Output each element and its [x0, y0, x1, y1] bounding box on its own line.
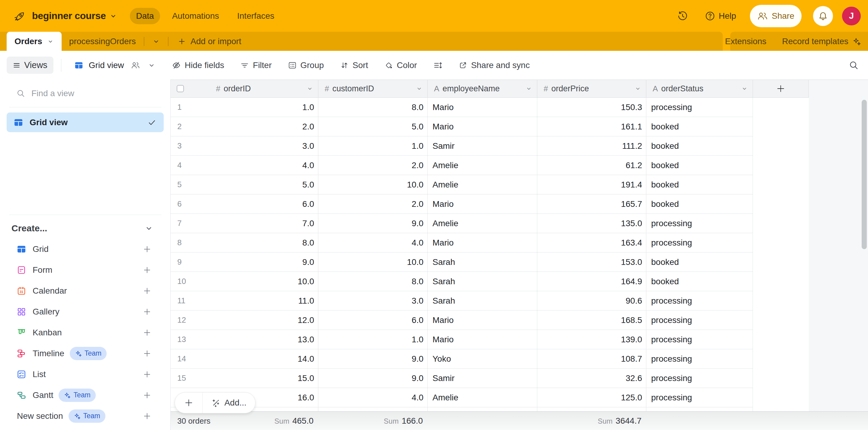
help-button[interactable]: Help [705, 11, 736, 21]
nav-tab-automations[interactable]: Automations [166, 8, 225, 24]
create-item-new-section[interactable]: New section Team [7, 405, 164, 426]
plus-icon[interactable] [143, 391, 152, 400]
cell-employeename[interactable]: Sarah [428, 291, 537, 311]
cell-employeename[interactable]: Amelie [428, 214, 537, 233]
cell-orderprice[interactable]: 165.7 [537, 195, 646, 214]
cell-orderstatus[interactable]: processing [646, 330, 753, 349]
plus-icon[interactable] [143, 370, 152, 379]
cell-customerid[interactable]: 2.0 [318, 156, 428, 175]
add-with-ai-button[interactable]: Add... [203, 398, 255, 408]
column-chevron-icon[interactable] [416, 85, 423, 92]
tab-processing-orders[interactable]: processingOrders [69, 36, 136, 46]
sum-orderprice[interactable]: Sum3644.7 [170, 416, 642, 426]
cell-orderstatus[interactable]: processing [646, 388, 753, 407]
cell-orderprice[interactable]: 111.2 [537, 136, 646, 156]
cell-orderprice[interactable]: 163.4 [537, 233, 646, 253]
cell-orderstatus[interactable]: booked [646, 175, 753, 195]
cell-orderprice[interactable]: 61.2 [537, 156, 646, 175]
tab-list-chevron-icon[interactable] [152, 37, 160, 45]
table-row[interactable]: 55.010.0Amelie191.4booked [170, 175, 809, 195]
share-button[interactable]: Share [750, 5, 802, 27]
cell-orderid[interactable]: 15.0 [198, 373, 318, 383]
create-item-kanban[interactable]: Kanban [7, 322, 164, 343]
table-row[interactable]: 1111.03.0Sarah90.6processing [170, 291, 809, 311]
cell-orderid[interactable]: 8.0 [198, 238, 318, 248]
plus-icon[interactable] [143, 265, 152, 275]
cell-orderid[interactable]: 10.0 [198, 277, 318, 286]
table-row[interactable]: 88.04.0Mario163.4processing [170, 233, 809, 253]
create-section-header[interactable]: Create... [11, 221, 153, 236]
create-item-gantt[interactable]: Gantt Team [7, 385, 164, 405]
cell-orderstatus[interactable]: processing [646, 349, 753, 369]
find-view-input[interactable]: Find a view [16, 85, 159, 102]
table-row[interactable]: 44.02.0Amelie61.2booked [170, 156, 809, 175]
cell-customerid[interactable]: 10.0 [318, 175, 428, 195]
cell-employeename[interactable]: Sarah [428, 253, 537, 272]
cell-orderid[interactable]: 13.0 [198, 335, 318, 344]
cell-orderstatus[interactable]: booked [646, 156, 753, 175]
cell-orderprice[interactable]: 90.6 [537, 291, 646, 311]
cell-employeename[interactable]: Samir [428, 136, 537, 156]
table-row[interactable]: 1515.09.0Samir32.6processing [170, 369, 809, 388]
cell-orderprice[interactable]: 164.9 [537, 272, 646, 291]
column-header-orderprice[interactable]: # orderPrice [537, 80, 646, 98]
cell-orderstatus[interactable]: processing [646, 311, 753, 330]
create-item-calendar[interactable]: 31 Calendar [7, 280, 164, 301]
table-row[interactable]: 99.010.0Sarah153.0booked [170, 253, 809, 272]
cell-customerid[interactable]: 9.0 [318, 349, 428, 369]
plus-icon[interactable] [143, 307, 152, 316]
cell-orderstatus[interactable]: booked [646, 253, 753, 272]
cell-orderstatus[interactable]: booked [646, 136, 753, 156]
cell-orderprice[interactable]: 161.1 [537, 117, 646, 136]
base-title-chevron-icon[interactable] [109, 12, 117, 20]
cell-employeename[interactable]: Samir [428, 369, 537, 388]
cell-orderstatus[interactable]: processing [646, 291, 753, 311]
cell-customerid[interactable]: 1.0 [318, 136, 428, 156]
cell-employeename[interactable]: Mario [428, 98, 537, 117]
cell-employeename[interactable]: Mario [428, 233, 537, 253]
select-all-checkbox[interactable] [177, 85, 184, 92]
cell-customerid[interactable]: 6.0 [318, 311, 428, 330]
cell-orderprice[interactable]: 135.0 [537, 214, 646, 233]
cell-orderid[interactable]: 5.0 [198, 180, 318, 190]
avatar[interactable]: J [842, 7, 861, 25]
table-row[interactable]: 66.02.0Mario165.7booked [170, 195, 809, 214]
record-templates-button[interactable]: Record templates [782, 36, 861, 46]
share-sync-button[interactable]: Share and sync [459, 60, 530, 70]
cell-customerid[interactable]: 10.0 [318, 253, 428, 272]
table-row[interactable]: 11.08.0Mario150.3processing [170, 98, 809, 117]
cell-customerid[interactable]: 8.0 [318, 98, 428, 117]
column-chevron-icon[interactable] [526, 85, 532, 92]
cell-orderprice[interactable]: 153.0 [537, 253, 646, 272]
cell-employeename[interactable]: Mario [428, 311, 537, 330]
cell-orderstatus[interactable]: processing [646, 98, 753, 117]
cell-orderprice[interactable]: 150.3 [537, 98, 646, 117]
cell-orderid[interactable]: 2.0 [198, 122, 318, 132]
filter-button[interactable]: Filter [240, 60, 272, 70]
cell-customerid[interactable]: 9.0 [318, 214, 428, 233]
table-row[interactable]: 1616.04.0Amelie125.0processing [170, 388, 809, 407]
tab-orders[interactable]: Orders [7, 32, 62, 51]
cell-orderprice[interactable]: 32.6 [537, 369, 646, 388]
group-button[interactable]: Group [288, 60, 324, 70]
cell-employeename[interactable]: Yoko [428, 349, 537, 369]
add-field-button[interactable] [753, 80, 809, 98]
cell-customerid[interactable]: 4.0 [318, 388, 428, 407]
nav-tab-data[interactable]: Data [130, 8, 160, 24]
sort-button[interactable]: Sort [340, 60, 368, 70]
cell-employeename[interactable]: Amelie [428, 175, 537, 195]
color-button[interactable]: Color [384, 60, 417, 70]
table-row[interactable]: 1414.09.0Yoko108.7processing [170, 349, 809, 369]
cell-employeename[interactable]: Amelie [428, 156, 537, 175]
rocket-logo-icon[interactable] [13, 10, 25, 22]
cell-orderstatus[interactable]: processing [646, 214, 753, 233]
cell-customerid[interactable]: 2.0 [318, 195, 428, 214]
create-item-gallery[interactable]: Gallery [7, 301, 164, 322]
notifications-button[interactable] [813, 6, 833, 26]
create-item-list[interactable]: List [7, 364, 164, 385]
create-collapse-chevron-icon[interactable] [144, 224, 153, 233]
create-item-timeline[interactable]: Timeline Team [7, 343, 164, 364]
plus-icon[interactable] [143, 245, 152, 254]
cell-orderprice[interactable]: 139.0 [537, 330, 646, 349]
cell-employeename[interactable]: Mario [428, 195, 537, 214]
